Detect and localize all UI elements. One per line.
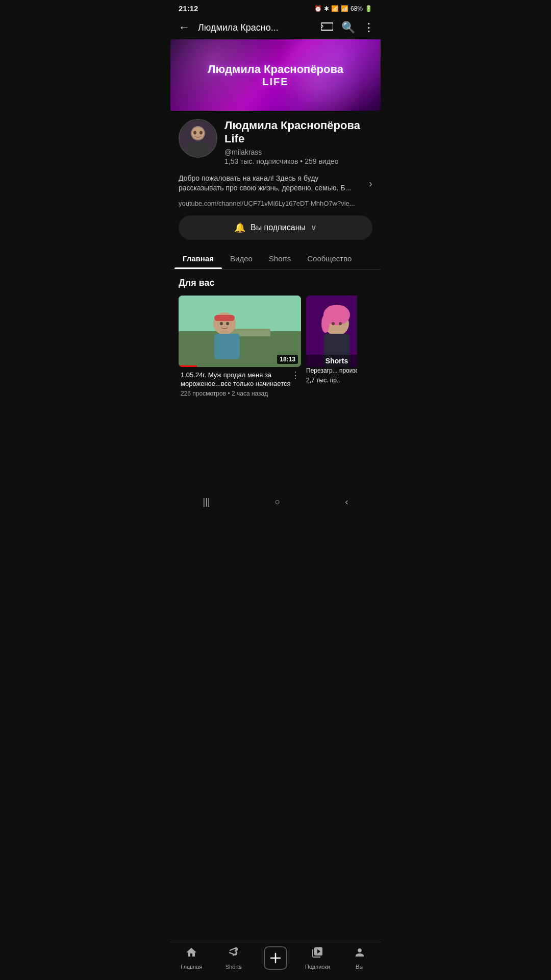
svg-point-19 — [321, 314, 330, 333]
channel-info: Людмила Краснопёрова Life @milakrass 1,5… — [170, 111, 381, 174]
svg-rect-13 — [214, 334, 240, 359]
video-progress-1 — [179, 365, 197, 367]
description-text: Добро пожаловать на канал! Здесь я буду … — [179, 174, 365, 193]
avatar[interactable] — [179, 119, 217, 158]
svg-rect-12 — [214, 315, 235, 321]
video-meta-1: 226 просмотров • 2 часа назад — [181, 390, 299, 397]
video-card-2[interactable]: Shorts Перезагр... произошл... 2,7 тыс. … — [306, 296, 357, 399]
wifi-icon: 📶 — [331, 5, 339, 12]
video-title-1: 1.05.24г. Муж продал меня за мороженое..… — [181, 371, 299, 388]
channel-handle: @milakrass — [224, 148, 372, 156]
video-meta-2: 2,7 тыс. пр... — [306, 377, 357, 384]
channel-banner: Людмила Краснопёрова LIFE — [170, 39, 381, 111]
video-card-1[interactable]: 18:13 1.05.24г. Муж продал меня за морож… — [179, 296, 301, 399]
svg-point-14 — [220, 322, 223, 325]
svg-rect-8 — [179, 296, 301, 331]
bell-icon: 🔔 — [234, 222, 245, 233]
search-icon[interactable]: 🔍 — [341, 21, 355, 34]
svg-point-21 — [339, 322, 342, 325]
video-info-2: Перезагр... произошл... 2,7 тыс. пр... — [306, 367, 357, 384]
shorts-label-overlay: Shorts — [306, 355, 357, 367]
tab-community[interactable]: Сообщество — [299, 248, 360, 269]
battery-fill-icon: 🔋 — [365, 5, 372, 12]
cast-icon[interactable] — [321, 21, 333, 34]
subscribe-button[interactable]: 🔔 Вы подписаны ∨ — [179, 215, 372, 240]
status-time: 21:12 — [179, 4, 198, 13]
sys-nav-back[interactable]: ‹ — [345, 497, 348, 507]
status-icons: ⏰ ✱ 📶 📶 68% 🔋 — [314, 5, 372, 12]
back-button[interactable]: ← — [177, 19, 192, 36]
system-nav: ||| ○ ‹ — [170, 494, 381, 514]
video-more-button-1[interactable]: ⋮ — [291, 370, 300, 381]
avatar-image — [180, 120, 216, 157]
channel-name: Людмила Краснопёрова Life — [224, 119, 372, 146]
channel-title: Людмила Красно... — [198, 22, 315, 33]
top-nav-icons: 🔍 ⋮ — [321, 21, 374, 34]
video-duration-1: 18:13 — [277, 355, 298, 364]
battery-icon: 68% — [350, 5, 363, 12]
svg-point-7 — [199, 131, 203, 135]
description-expand-icon[interactable]: › — [369, 178, 372, 189]
more-options-icon[interactable]: ⋮ — [363, 21, 374, 34]
channel-details: Людмила Краснопёрова Life @milakrass 1,5… — [224, 119, 372, 165]
svg-point-15 — [226, 322, 229, 325]
subscribe-label: Вы подписаны — [251, 223, 306, 232]
chevron-down-icon: ∨ — [311, 223, 317, 232]
video-grid: 18:13 1.05.24г. Муж продал меня за морож… — [179, 296, 372, 399]
svg-point-6 — [193, 131, 196, 135]
signal-icon: 📶 — [341, 5, 348, 12]
for-you-title: Для вас — [179, 278, 372, 288]
bluetooth-icon: ✱ — [324, 5, 329, 12]
video-thumbnail-1: 18:13 — [179, 296, 301, 367]
status-bar: 21:12 ⏰ ✱ 📶 📶 68% 🔋 — [170, 0, 381, 16]
banner-subtitle: LIFE — [208, 76, 343, 88]
video-title-2: Перезагр... произошл... — [306, 367, 357, 375]
svg-rect-4 — [188, 142, 208, 157]
tabs: Главная Видео Shorts Сообщество — [170, 248, 381, 270]
tab-home[interactable]: Главная — [174, 248, 222, 269]
sys-nav-menu[interactable]: ||| — [203, 497, 210, 507]
top-nav: ← Людмила Красно... 🔍 ⋮ — [170, 16, 381, 39]
video-info-1: 1.05.24г. Муж продал меня за мороженое..… — [179, 367, 301, 399]
channel-description[interactable]: Добро пожаловать на канал! Здесь я буду … — [170, 174, 381, 200]
channel-url[interactable]: youtube.com/channel/UCF71vMi6Ly167eDT-Mh… — [170, 200, 381, 215]
alarm-icon: ⏰ — [314, 5, 322, 12]
tab-video[interactable]: Видео — [222, 248, 261, 269]
banner-text: Людмила Краснопёрова LIFE — [208, 63, 343, 88]
video-thumbnail-2: Shorts — [306, 296, 357, 367]
svg-point-20 — [332, 322, 335, 325]
channel-stats: 1,53 тыс. подписчиков • 259 видео — [224, 157, 372, 165]
scrollable-content: Людмила Краснопёрова LIFE Людмила Красно — [170, 39, 381, 453]
banner-channel-name: Людмила Краснопёрова — [208, 63, 343, 76]
main-content: Для вас — [170, 270, 381, 407]
tab-shorts[interactable]: Shorts — [261, 248, 299, 269]
sys-nav-home[interactable]: ○ — [275, 497, 281, 507]
